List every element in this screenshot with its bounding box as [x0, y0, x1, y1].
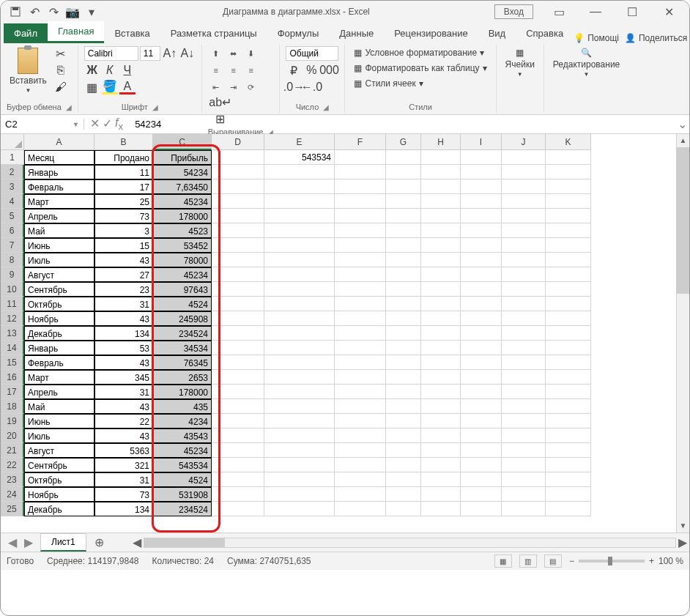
cell[interactable]	[421, 223, 461, 238]
cell[interactable]: 22	[94, 414, 153, 428]
row-header[interactable]: 17	[1, 385, 24, 399]
expand-formula-icon[interactable]: ⌄	[675, 117, 689, 131]
copy-icon[interactable]: ⎘	[53, 63, 69, 78]
cell[interactable]	[335, 165, 386, 179]
zoom-out-icon[interactable]: −	[569, 556, 574, 566]
row-header[interactable]: 25	[1, 502, 24, 516]
cell[interactable]	[212, 472, 264, 487]
cell[interactable]: 15	[94, 238, 153, 253]
cell[interactable]: 73	[94, 487, 153, 502]
row-header[interactable]: 1	[1, 150, 24, 165]
cell[interactable]	[264, 370, 335, 385]
row-header[interactable]: 3	[1, 179, 24, 194]
cell[interactable]: 53	[94, 341, 153, 355]
view-normal-icon[interactable]: ▦	[494, 554, 512, 568]
cell[interactable]	[502, 165, 546, 179]
cell[interactable]	[335, 370, 386, 385]
cell[interactable]	[502, 443, 546, 458]
cell[interactable]	[264, 487, 335, 502]
fx-icon[interactable]: fx	[115, 116, 123, 132]
cell[interactable]	[421, 238, 461, 253]
font-launcher-icon[interactable]: ◢	[152, 103, 158, 111]
borders-icon[interactable]: ▦	[84, 80, 100, 94]
col-header-E[interactable]: E	[264, 134, 335, 150]
col-header-I[interactable]: I	[461, 134, 502, 150]
cell[interactable]	[546, 253, 591, 267]
cell[interactable]: 31	[94, 297, 153, 311]
cell[interactable]	[264, 209, 335, 223]
cell[interactable]	[421, 370, 461, 385]
cell[interactable]	[502, 341, 546, 355]
cell[interactable]: 43543	[153, 428, 212, 443]
cell[interactable]	[335, 194, 386, 209]
cell[interactable]: Январь	[24, 165, 94, 179]
cell[interactable]	[461, 458, 502, 472]
row-header[interactable]: 4	[1, 194, 24, 209]
row-header[interactable]: 2	[1, 165, 24, 179]
cell[interactable]	[502, 282, 546, 297]
cell[interactable]	[212, 326, 264, 341]
cell[interactable]: Декабрь	[24, 502, 94, 516]
row-header[interactable]: 6	[1, 223, 24, 238]
cell[interactable]	[421, 150, 461, 165]
cell[interactable]: 3	[94, 223, 153, 238]
cell[interactable]	[421, 414, 461, 428]
confirm-formula-icon[interactable]: ✓	[103, 116, 112, 132]
cell[interactable]	[386, 399, 421, 414]
cell[interactable]: Июль	[24, 253, 94, 267]
name-box[interactable]: C2▼	[1, 119, 84, 130]
cell[interactable]	[264, 443, 335, 458]
increase-font-icon[interactable]: A↑	[162, 46, 178, 61]
cell[interactable]: 25	[94, 194, 153, 209]
cell[interactable]	[546, 414, 591, 428]
cell[interactable]	[546, 326, 591, 341]
qat-customize-icon[interactable]: ▾	[85, 5, 98, 18]
paste-button[interactable]: Вставить ▼	[7, 46, 50, 95]
cell[interactable]: Август	[24, 267, 94, 282]
cell[interactable]	[264, 297, 335, 311]
view-page-break-icon[interactable]: ▤	[544, 554, 562, 568]
tab-page-layout[interactable]: Разметка страницы	[160, 23, 267, 43]
cell[interactable]	[212, 179, 264, 194]
increase-indent-icon[interactable]: ⇥	[226, 80, 242, 94]
select-all-button[interactable]	[1, 134, 24, 150]
cell[interactable]	[502, 194, 546, 209]
cell[interactable]	[546, 399, 591, 414]
cell[interactable]	[386, 267, 421, 282]
cell[interactable]	[386, 487, 421, 502]
row-header[interactable]: 9	[1, 267, 24, 282]
cell[interactable]: 234524	[153, 326, 212, 341]
cell[interactable]: 17	[94, 179, 153, 194]
tab-view[interactable]: Вид	[478, 23, 516, 43]
cell[interactable]: Май	[24, 399, 94, 414]
cell[interactable]	[461, 502, 502, 516]
cell[interactable]: Месяц	[24, 150, 94, 165]
save-icon[interactable]	[9, 5, 22, 18]
cell[interactable]: 4524	[153, 297, 212, 311]
cell[interactable]	[461, 238, 502, 253]
cell[interactable]	[335, 414, 386, 428]
cell[interactable]: 531908	[153, 487, 212, 502]
cell[interactable]: 43	[94, 428, 153, 443]
cell[interactable]	[212, 223, 264, 238]
cell[interactable]	[212, 282, 264, 297]
horizontal-scrollbar[interactable]: ◀ ▶	[130, 535, 689, 549]
cell[interactable]	[335, 282, 386, 297]
font-color-icon[interactable]: A	[119, 80, 136, 94]
cell[interactable]: 4234	[153, 414, 212, 428]
cell[interactable]	[546, 223, 591, 238]
cell[interactable]: Апрель	[24, 385, 94, 399]
align-left-icon[interactable]: ≡	[208, 63, 224, 78]
cell[interactable]	[502, 502, 546, 516]
col-header-H[interactable]: H	[421, 134, 461, 150]
cell[interactable]	[421, 311, 461, 326]
cell[interactable]: Сентябрь	[24, 458, 94, 472]
cell[interactable]	[386, 414, 421, 428]
row-header[interactable]: 12	[1, 311, 24, 326]
cell[interactable]	[264, 458, 335, 472]
cell[interactable]	[546, 179, 591, 194]
cell[interactable]: Апрель	[24, 209, 94, 223]
row-header[interactable]: 21	[1, 443, 24, 458]
cell[interactable]	[264, 326, 335, 341]
cell[interactable]	[335, 297, 386, 311]
